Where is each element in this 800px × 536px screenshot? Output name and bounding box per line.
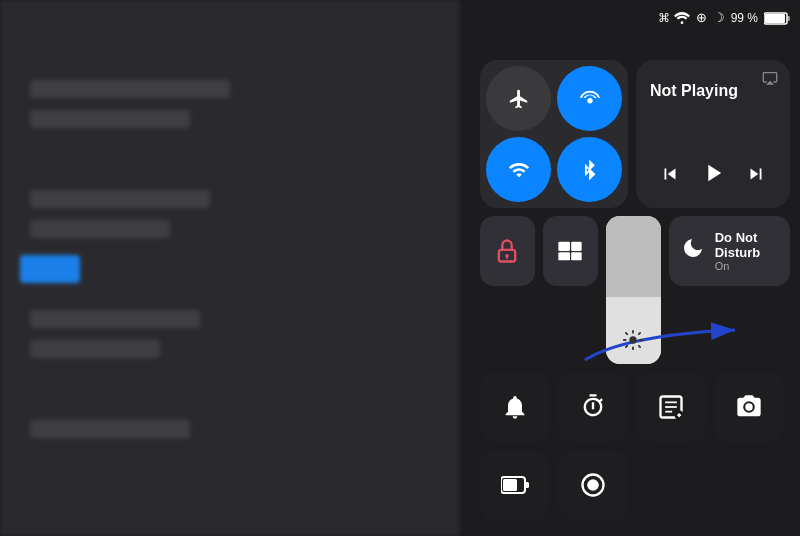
alarm-tile[interactable]	[480, 372, 550, 442]
dnd-tile[interactable]: Do Not Disturb On	[669, 216, 790, 286]
media-controls	[650, 149, 776, 194]
svg-rect-2	[765, 14, 785, 23]
now-playing-title: Not Playing	[650, 82, 776, 100]
bg-item	[30, 110, 190, 128]
connectivity-tile	[480, 60, 628, 208]
notes-tile[interactable]	[636, 372, 706, 442]
battery-widget-tile[interactable]	[480, 450, 550, 520]
svg-point-20	[587, 479, 599, 491]
svg-rect-17	[503, 479, 517, 491]
bg-item	[30, 80, 230, 98]
control-center: Not Playing	[480, 60, 790, 520]
location-icon: ⊕	[696, 10, 707, 25]
wifi-button[interactable]	[486, 137, 551, 202]
prev-button[interactable]	[659, 163, 681, 191]
row-3	[480, 372, 790, 442]
airplane-mode-button[interactable]	[486, 66, 551, 131]
now-playing-tile: Not Playing	[636, 60, 790, 208]
hotspot-button[interactable]	[557, 66, 622, 131]
moon-icon: ☽	[713, 10, 725, 25]
svg-rect-8	[559, 252, 571, 260]
dnd-label: Do Not Disturb	[715, 230, 778, 260]
airplay-icon[interactable]	[762, 70, 778, 89]
row-1: Not Playing	[480, 60, 790, 208]
battery-icon	[764, 10, 790, 24]
svg-point-10	[630, 336, 637, 343]
background-panel	[0, 0, 460, 536]
svg-rect-9	[572, 252, 583, 260]
svg-rect-3	[787, 16, 790, 21]
brightness-icon	[622, 329, 644, 356]
row-4	[480, 450, 790, 520]
screen-record-tile[interactable]	[558, 450, 628, 520]
dnd-moon-icon	[681, 236, 705, 266]
bg-item	[30, 310, 200, 328]
bluetooth-button[interactable]	[557, 137, 622, 202]
screen-lock-tile[interactable]	[480, 216, 535, 286]
camera-tile[interactable]	[714, 372, 784, 442]
dnd-sublabel: On	[715, 260, 778, 272]
battery-percent: 99 %	[731, 11, 758, 25]
bg-item	[30, 420, 190, 438]
bg-item	[30, 220, 170, 238]
svg-rect-18	[525, 482, 529, 488]
next-button[interactable]	[745, 163, 767, 191]
timer-tile[interactable]	[558, 372, 628, 442]
dnd-text: Do Not Disturb On	[715, 230, 778, 272]
wifi-icon: ⌘	[658, 11, 689, 25]
screen-mirror-tile[interactable]	[543, 216, 598, 286]
status-bar: ⌘ ⊕ ☽ 99 %	[658, 10, 790, 25]
svg-point-0	[680, 22, 683, 25]
play-button[interactable]	[699, 159, 727, 194]
brightness-slider[interactable]	[606, 216, 661, 364]
bg-selected-item	[20, 255, 80, 283]
svg-rect-7	[572, 242, 583, 251]
row-2: Do Not Disturb On	[480, 216, 790, 364]
bg-item	[30, 190, 210, 208]
svg-rect-6	[559, 242, 571, 251]
bg-item	[30, 340, 160, 358]
